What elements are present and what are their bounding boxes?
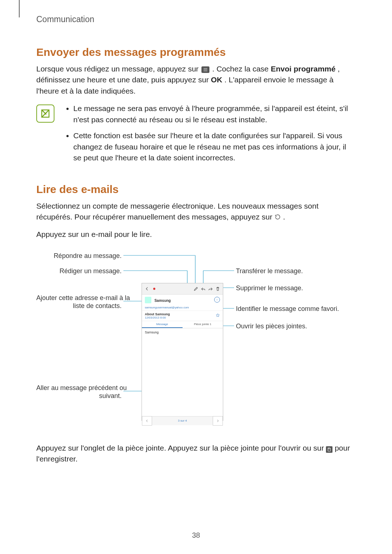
email-tabs: Message Pièce jointe 1 [142,321,223,328]
page-number: 38 [0,531,392,539]
mail-dot-icon [151,286,157,292]
text: Lorsque vous rédigez un message, appuyez… [36,65,201,73]
menu-icon [201,66,209,73]
left-margin-rule [19,0,20,17]
callout-favorite: Identifier le message comme favori. [236,305,339,313]
note-icon [36,104,54,123]
star-icon[interactable] [216,312,220,317]
email-body: Samsung [142,328,223,416]
para-attachment: Appuyez sur l'onglet de la pièce jointe.… [36,443,356,465]
phone-mock: Samsung samsungusermanual@yahoo.com Abou… [142,283,223,421]
text: . Cochez la case [212,65,271,73]
pager-prev-button[interactable] [142,416,152,426]
text: suivant. [99,392,122,399]
callout-add-contact: Ajouter cette adresse e-mail à la liste … [36,294,122,310]
forward-icon[interactable] [208,286,213,292]
chapter-title: Communication [36,15,356,24]
pager-next-button[interactable] [213,416,223,426]
expand-header-icon[interactable] [214,297,220,303]
sender-name: Samsung [154,299,171,303]
refresh-icon [274,214,281,220]
avatar[interactable] [145,297,151,303]
note-block: Le message ne sera pas envoyé à l'heure … [36,103,356,168]
callout-attachments: Ouvrir les pièces jointes. [236,322,307,331]
text: Ajouter cette adresse e-mail à la [36,294,130,301]
heading-read-emails: Lire des e-mails [36,183,356,196]
phone-toolbar [142,283,223,295]
email-header: Samsung samsungusermanual@yahoo.com [142,295,223,311]
text-bold: OK [211,75,222,84]
callout-reply: Répondre au message. [36,252,122,260]
callout-delete: Supprimer le message. [236,284,303,292]
compose-icon[interactable] [193,286,199,292]
text: Aller au message précédent ou [36,384,127,391]
email-subject: About Samsung [145,312,220,316]
save-icon [326,446,332,453]
text: . [283,213,285,221]
email-diagram: Répondre au message. Rédiger un message.… [36,247,356,428]
subject-row: About Samsung 12/03/2013 8:00 [142,311,223,321]
page-content: Communication Envoyer des messages progr… [36,15,356,471]
note-list: Le message ne sera pas envoyé à l'heure … [65,103,356,168]
callout-prev-next: Aller au message précédent ou suivant. [36,384,122,400]
heading-scheduled: Envoyer des messages programmés [36,46,356,58]
delete-icon[interactable] [215,286,221,292]
pager-count: 3 sur 4 [152,419,213,422]
note-item: Cette fonction est basée sur l'heure et … [73,130,356,163]
para-read-1: Sélectionnez un compte de messagerie éle… [36,201,356,223]
back-icon[interactable] [144,286,150,292]
email-date: 12/03/2013 8:00 [145,316,220,319]
callout-forward: Transférer le message. [236,267,303,275]
para-scheduled: Lorsque vous rédigez un message, appuyez… [36,63,356,97]
svg-point-17 [153,288,155,290]
text: Appuyez sur l'onglet de la pièce jointe.… [36,444,326,452]
text: liste de contacts. [73,302,122,309]
note-item: Le message ne sera pas envoyé à l'heure … [73,103,356,125]
text-bold: Envoi programmé [271,65,336,73]
para-read-2: Appuyez sur un e-mail pour le lire. [36,229,356,240]
tab-message[interactable]: Message [142,321,183,328]
reply-icon[interactable] [200,286,206,292]
sender-email: samsungusermanual@yahoo.com [145,306,189,309]
email-pager: 3 sur 4 [142,416,223,425]
callout-compose: Rédiger un message. [36,267,122,275]
tab-attachment[interactable]: Pièce jointe 1 [183,321,223,328]
